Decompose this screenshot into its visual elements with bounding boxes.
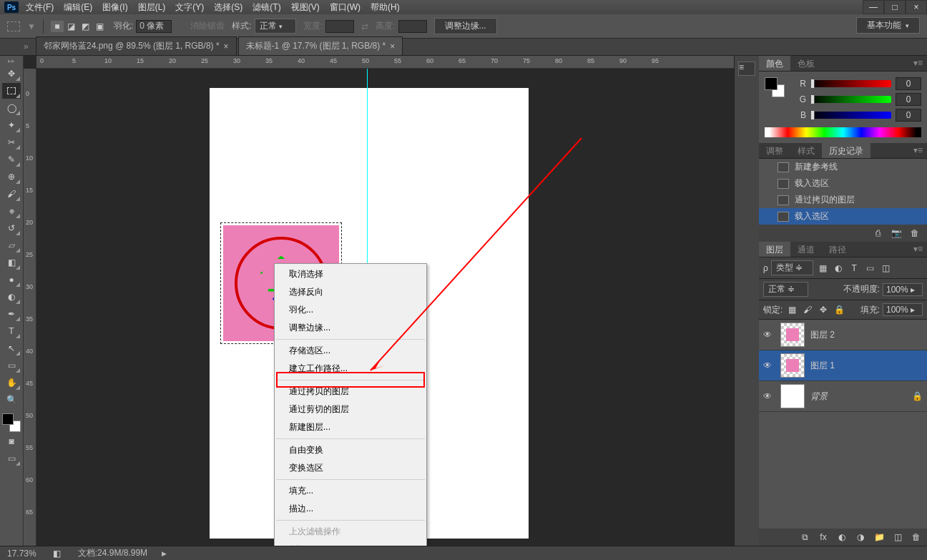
menu-select[interactable]: 选择(S)	[214, 1, 242, 14]
lock-all-icon[interactable]: 🔒	[833, 304, 845, 315]
history-item-4[interactable]: 载入选区	[759, 208, 927, 225]
eraser-tool[interactable]: ▱	[2, 237, 21, 253]
opacity-input[interactable]: 100% ▸	[883, 283, 923, 296]
ctx-save-selection[interactable]: 存储选区...	[275, 342, 426, 360]
swatches-tab[interactable]: 色板	[790, 56, 822, 71]
style-dropdown[interactable]: 正常 ▾	[255, 19, 296, 34]
menu-image[interactable]: 图像(I)	[102, 1, 127, 14]
ctx-fill[interactable]: 填充...	[275, 482, 426, 500]
new-layer-icon[interactable]: ◫	[891, 531, 904, 543]
new-selection-icon[interactable]: ■	[51, 21, 64, 32]
menu-edit[interactable]: 编辑(E)	[64, 1, 92, 14]
brush-tool[interactable]: 🖌	[2, 186, 21, 202]
feather-input[interactable]	[136, 20, 172, 33]
history-item-3[interactable]: 通过拷贝的图层	[759, 192, 927, 208]
screenmode-tool[interactable]: ▭	[2, 451, 21, 466]
heal-tool[interactable]: ⊕	[2, 169, 21, 185]
visibility-icon[interactable]: 👁	[763, 360, 775, 370]
maximize-button[interactable]: □	[884, 0, 906, 14]
paths-tab[interactable]: 路径	[822, 242, 853, 257]
menu-window[interactable]: 窗口(W)	[330, 1, 360, 14]
history-tab[interactable]: 历史记录	[822, 143, 870, 158]
minimize-button[interactable]: —	[863, 0, 884, 14]
fill-input[interactable]: 100% ▸	[883, 303, 923, 316]
lock-transparency-icon[interactable]: ▦	[785, 304, 798, 315]
panel-handle-icon[interactable]: ≡	[738, 62, 755, 76]
color-g-value[interactable]: 0	[896, 93, 921, 106]
path-tool[interactable]: ↖	[2, 340, 21, 356]
visibility-icon[interactable]: 👁	[763, 391, 775, 401]
layers-panel-menu-icon[interactable]: ▾≡	[909, 242, 927, 257]
history-item-2[interactable]: 载入选区	[759, 175, 927, 192]
filter-type-icon[interactable]: T	[848, 262, 860, 274]
ctx-transform-selection[interactable]: 变换选区	[275, 459, 426, 477]
history-trash-icon[interactable]: 🗑	[908, 227, 921, 239]
marquee-tool[interactable]	[2, 83, 21, 99]
menu-view[interactable]: 视图(V)	[291, 1, 320, 14]
color-g-slider[interactable]	[810, 96, 891, 103]
ctx-deselect[interactable]: 取消选择	[275, 265, 426, 283]
color-swatch[interactable]	[2, 413, 21, 432]
filter-pixel-icon[interactable]: ▦	[816, 262, 829, 274]
color-foreground-swatch[interactable]	[765, 77, 785, 97]
zoom-value[interactable]: 17.73%	[7, 549, 36, 559]
ctx-free-transform[interactable]: 自由变换	[275, 441, 426, 459]
doc-tab-2-close[interactable]: ×	[390, 41, 395, 51]
color-panel-menu-icon[interactable]: ▾≡	[909, 56, 927, 71]
menu-type[interactable]: 文字(Y)	[175, 1, 204, 14]
pen-tool[interactable]: ✒	[2, 306, 21, 322]
color-b-value[interactable]: 0	[896, 109, 921, 122]
layer-row-1[interactable]: 👁 图层 2	[759, 320, 927, 350]
workspace-switcher[interactable]: 基本功能 ▾	[856, 17, 920, 34]
filter-adj-icon[interactable]: ◐	[832, 262, 845, 274]
ctx-refine-edge[interactable]: 调整边缘...	[275, 319, 426, 337]
channels-tab[interactable]: 通道	[790, 242, 822, 257]
ctx-stroke[interactable]: 描边...	[275, 500, 426, 518]
color-b-slider[interactable]	[810, 112, 891, 119]
ctx-feather[interactable]: 羽化...	[275, 301, 426, 319]
type-tool[interactable]: T	[2, 323, 21, 339]
menu-filter[interactable]: 滤镜(T)	[252, 1, 280, 14]
canvas-area[interactable]: 0 5 10 15 20 25 30 35 40 45 50 55 60 65 …	[24, 56, 734, 546]
layer-group-icon[interactable]: 📁	[873, 531, 886, 543]
tools-collapse-icon[interactable]: ▸▸	[8, 57, 15, 64]
lasso-tool[interactable]: ◯	[2, 100, 21, 116]
stamp-tool[interactable]: ⎈	[2, 203, 21, 219]
doc-tab-1[interactable]: 邻家网络蓝24.png @ 89.5% (图层 1, RGB/8) * ×	[36, 36, 237, 55]
delete-layer-icon[interactable]: 🗑	[910, 531, 923, 543]
hand-tool[interactable]: ✋	[2, 375, 21, 390]
adjust-edge-button[interactable]: 调整边缘...	[434, 18, 497, 34]
ctx-inverse[interactable]: 选择反向	[275, 283, 426, 301]
marquee-tool-icon[interactable]	[7, 21, 20, 31]
add-selection-icon[interactable]: ◪	[65, 21, 78, 32]
zoom-tool[interactable]: 🔍	[2, 392, 21, 408]
eyedropper-tool[interactable]: ✎	[2, 152, 21, 167]
tab-double-arrow-icon[interactable]: »	[24, 41, 29, 51]
ruler-horizontal[interactable]: 0 5 10 15 20 25 30 35 40 45 50 55 60 65 …	[36, 56, 734, 69]
color-r-value[interactable]: 0	[896, 77, 921, 90]
quickmask-tool[interactable]: ◙	[2, 433, 21, 449]
filter-shape-icon[interactable]: ▭	[863, 262, 876, 274]
doc-tab-2[interactable]: 未标题-1 @ 17.7% (图层 1, RGB/8) * ×	[238, 36, 403, 55]
color-r-slider[interactable]	[810, 80, 891, 87]
visibility-icon[interactable]: 👁	[763, 330, 775, 340]
menu-help[interactable]: 帮助(H)	[371, 1, 400, 14]
menu-layer[interactable]: 图层(L)	[138, 1, 166, 14]
shape-tool[interactable]: ▭	[2, 358, 21, 373]
history-snapshot-icon[interactable]: ⎙	[871, 227, 884, 239]
status-caret-icon[interactable]: ▶	[162, 550, 167, 557]
adjustments-tab[interactable]: 调整	[759, 143, 790, 158]
link-layers-icon[interactable]: ⧉	[798, 531, 811, 543]
doc-tab-1-close[interactable]: ×	[224, 41, 229, 51]
layer-fx-icon[interactable]: fx	[817, 531, 830, 543]
crop-tool[interactable]: ✂	[2, 134, 21, 150]
layers-tab[interactable]: 图层	[759, 242, 790, 257]
history-item-1[interactable]: 新建参考线	[759, 159, 927, 175]
dodge-tool[interactable]: ◐	[2, 289, 21, 305]
lock-brush-icon[interactable]: 🖌	[801, 304, 814, 315]
adjustment-layer-icon[interactable]: ◑	[854, 531, 867, 543]
subtract-selection-icon[interactable]: ◩	[79, 21, 92, 32]
history-panel-menu-icon[interactable]: ▾≡	[909, 143, 927, 158]
ruler-vertical[interactable]: 0 5 10 15 20 25 30 35 40 45 50 55 60 65	[24, 69, 36, 546]
intersect-selection-icon[interactable]: ▣	[94, 21, 107, 32]
